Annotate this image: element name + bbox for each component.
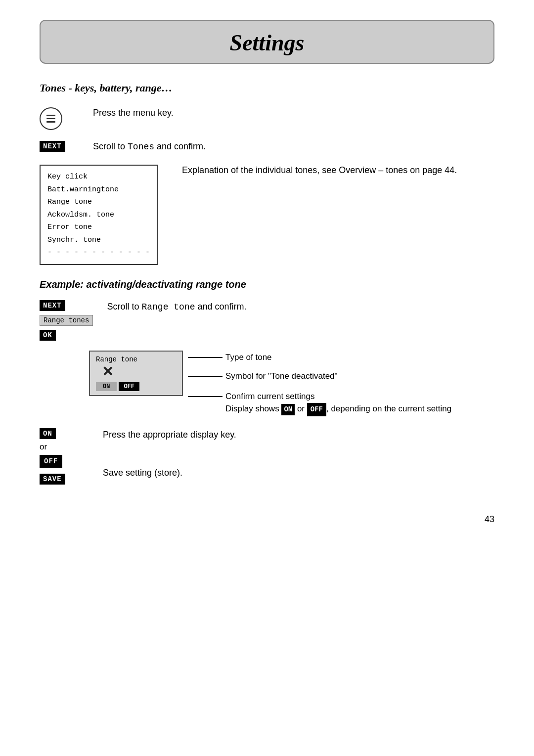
next-badge-col: NEXT — [40, 140, 79, 152]
step2-prefix: Scroll to — [93, 141, 128, 151]
menu-line-7: - - - - - - - - - - - - — [47, 246, 150, 259]
step-range-text: Scroll to Range tone and confirm. — [107, 300, 494, 314]
menu-key-line3 — [46, 121, 55, 123]
ann4-on-badge: ON — [281, 404, 295, 415]
menu-key-icon-col — [40, 106, 79, 130]
tones-menu-row: Key click Batt.warningtone Range tone Ac… — [40, 164, 494, 265]
page-number: 43 — [40, 514, 494, 525]
ann2-label: Symbol for "Tone deactivated" — [225, 371, 338, 381]
ann3-label: Confirm current settings — [225, 390, 314, 403]
ann-type-of-tone: Type of tone — [188, 351, 451, 364]
step2-code: Tones — [128, 142, 154, 152]
menu-line-6: Synchr. tone — [47, 234, 150, 247]
step2-text: Scroll to Tones and confirm. — [93, 140, 494, 154]
rt-row1: Range tone — [96, 356, 176, 363]
next-badge: NEXT — [40, 141, 65, 152]
rt-on-btn: ON — [96, 382, 117, 391]
menu-key-line2 — [46, 118, 55, 120]
step-menu-key: Press the menu key. — [40, 106, 494, 130]
range-tone-diagram-block: Range tone ✕ ON OFF Type of tone Symbol … — [89, 351, 494, 417]
ann3-dash — [188, 396, 222, 397]
or-text: or — [40, 442, 47, 452]
step-on-off-save: ON or OFF SAVE Press the appropriate dis… — [40, 428, 494, 485]
ann2-dash — [188, 376, 222, 377]
tones-explanation: Explanation of the individual tones, see… — [182, 164, 494, 177]
menu-key-lines — [46, 115, 55, 123]
next-badge-2: NEXT — [40, 300, 65, 311]
page-title-box: Settings — [40, 20, 494, 64]
rt-display-box: Range tone ✕ ON OFF — [89, 351, 183, 397]
menu-line-2: Batt.warningtone — [47, 183, 150, 196]
rt-off-btn: OFF — [119, 382, 139, 391]
save-badge: SAVE — [40, 474, 65, 485]
tones-display-col: Key click Batt.warningtone Range tone Ac… — [40, 164, 168, 265]
menu-line-1: Key click — [47, 171, 150, 183]
on-badge: ON — [40, 428, 56, 439]
range-step-prefix: Scroll to — [107, 302, 141, 311]
rt-onoff-row: ON OFF — [96, 382, 176, 391]
step-next-tones: NEXT Scroll to Tones and confirm. — [40, 140, 494, 154]
range-step-icons: NEXT Range tones OK — [40, 300, 93, 341]
section2-heading: Example: activating/deactivating range t… — [40, 279, 494, 290]
menu-key-icon — [40, 107, 62, 130]
menu-key-line1 — [46, 115, 55, 116]
ann-symbol: Symbol for "Tone deactivated" — [188, 367, 451, 385]
range-step-suffix: and confirm. — [195, 302, 246, 311]
menu-line-4: Ackowldsm. tone — [47, 209, 150, 222]
menu-line-3: Range tone — [47, 196, 150, 209]
ann4-display: Display shows ON or OFF, depending on th… — [225, 402, 451, 416]
range-tones-badge: Range tones — [40, 315, 93, 326]
page-title: Settings — [230, 30, 305, 55]
ann1-label: Type of tone — [225, 353, 272, 362]
step2-suffix: and confirm. — [154, 141, 206, 151]
ann4-middle: or — [295, 404, 307, 413]
on-off-text: Press the appropriate display key. — [103, 428, 494, 442]
ann4-suffix: , depending on the current setting — [326, 404, 451, 413]
ann1-dash — [188, 357, 222, 358]
diagram-annotations: Type of tone Symbol for "Tone deactivate… — [183, 351, 451, 417]
tones-menu-display: Key click Batt.warningtone Range tone Ac… — [40, 165, 158, 265]
range-step-code: Range tone — [141, 302, 195, 312]
off-badge: OFF — [40, 455, 62, 468]
ann4-off-badge: OFF — [307, 403, 326, 416]
step1-text: Press the menu key. — [93, 106, 494, 120]
on-off-save-text: Press the appropriate display key. Save … — [103, 428, 494, 480]
step-next-range: NEXT Range tones OK Scroll to Range tone… — [40, 300, 494, 341]
section1-heading: Tones - keys, battery, range… — [40, 82, 494, 94]
save-text: Save setting (store). — [103, 466, 494, 480]
menu-line-5: Error tone — [47, 221, 150, 234]
on-off-save-icons: ON or OFF SAVE — [40, 428, 89, 485]
ann4-prefix: Display shows — [225, 404, 281, 413]
ann-confirm: Confirm current settings Display shows O… — [188, 390, 451, 417]
rt-x-row: ✕ — [102, 364, 176, 380]
ok-badge: OK — [40, 330, 56, 341]
